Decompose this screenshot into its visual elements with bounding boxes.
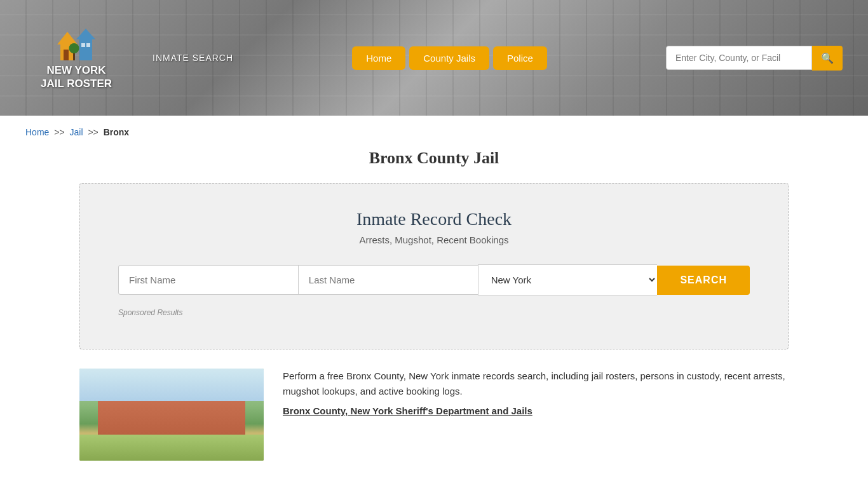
svg-rect-2 — [79, 38, 92, 60]
svg-point-8 — [69, 43, 79, 53]
header-content: NEW YORK JAIL ROSTER INMATE SEARCH Home … — [0, 0, 868, 116]
search-button[interactable]: SEARCH — [657, 266, 750, 295]
bottom-section: Perform a free Bronx County, New York in… — [0, 369, 868, 461]
header-search: 🔍 — [666, 46, 843, 71]
logo-icon — [57, 25, 95, 60]
search-form-row: New York SEARCH — [118, 264, 750, 295]
svg-rect-5 — [81, 43, 85, 47]
logo-text-line2: JAIL ROSTER — [41, 78, 112, 90]
header-banner: NEW YORK JAIL ROSTER INMATE SEARCH Home … — [0, 0, 868, 116]
breadcrumb-current: Bronx — [104, 127, 129, 137]
search-container-title: Inmate Record Check — [118, 209, 750, 229]
logo-area: NEW YORK JAIL ROSTER — [25, 25, 127, 90]
first-name-input[interactable] — [118, 265, 298, 295]
last-name-input[interactable] — [298, 265, 478, 295]
nav-county-jails-button[interactable]: County Jails — [409, 46, 489, 70]
description-area: Perform a free Bronx County, New York in… — [283, 369, 789, 461]
inmate-search-label: INMATE SEARCH — [153, 53, 233, 63]
breadcrumb-sep2: >> — [88, 127, 98, 137]
svg-marker-1 — [57, 32, 78, 44]
breadcrumb-sep1: >> — [54, 127, 64, 137]
sponsored-label: Sponsored Results — [118, 308, 750, 317]
logo-text-line1: NEW YORK — [46, 64, 105, 77]
jail-image-field — [79, 435, 264, 461]
jail-image-sky — [79, 369, 264, 401]
breadcrumb-jail[interactable]: Jail — [70, 127, 83, 137]
description-link[interactable]: Bronx County, New York Sheriff's Departm… — [283, 405, 789, 416]
description-paragraph: Perform a free Bronx County, New York in… — [283, 369, 789, 399]
svg-rect-4 — [64, 50, 69, 60]
header-nav: Home County Jails Police — [271, 46, 628, 70]
breadcrumb-home[interactable]: Home — [25, 127, 49, 137]
svg-marker-3 — [76, 29, 95, 39]
nav-home-button[interactable]: Home — [352, 46, 405, 70]
page-title: Bronx County Jail — [0, 149, 868, 168]
jail-image-building — [98, 401, 245, 438]
jail-image — [79, 369, 264, 461]
search-container: Inmate Record Check Arrests, Mugshot, Re… — [79, 183, 789, 349]
search-container-subtitle: Arrests, Mugshot, Recent Bookings — [118, 234, 750, 245]
svg-rect-6 — [86, 43, 90, 47]
breadcrumb: Home >> Jail >> Bronx — [0, 116, 868, 149]
state-select[interactable]: New York — [478, 264, 658, 295]
header-search-button[interactable]: 🔍 — [812, 46, 843, 71]
header-search-input[interactable] — [666, 46, 812, 70]
nav-police-button[interactable]: Police — [493, 46, 547, 70]
